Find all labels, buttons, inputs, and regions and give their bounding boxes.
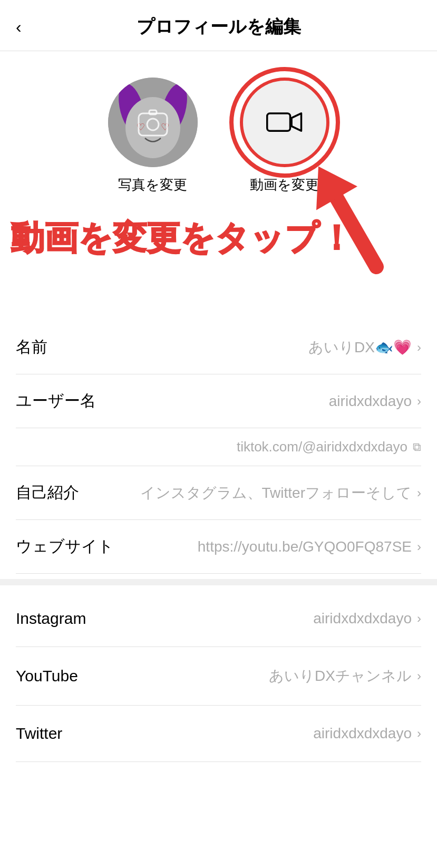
svg-rect-9: [267, 113, 290, 131]
youtube-row[interactable]: YouTube あいりDXチャンネル ›: [16, 647, 421, 706]
tiktok-url: tiktok.com/@airidxdxdxdayo ⧉: [16, 439, 421, 455]
twitter-chevron: ›: [417, 726, 421, 741]
bio-chevron: ›: [417, 486, 421, 500]
video-camera-icon: [266, 109, 303, 136]
bio-value: インスタグラム、Twitterフォローそして ›: [140, 483, 421, 503]
video-change-button[interactable]: [240, 78, 329, 167]
svg-marker-12: [300, 157, 357, 210]
avatar-svg: ♡ ♡: [108, 78, 198, 167]
name-value: あいりDX🐟💗 ›: [308, 337, 421, 358]
photo-label: 写真を変更: [118, 176, 187, 194]
header: ‹ プロフィールを編集: [0, 0, 437, 51]
instagram-value: airidxdxdxdayo ›: [313, 610, 421, 627]
website-chevron: ›: [417, 539, 421, 554]
bio-row[interactable]: 自己紹介 インスタグラム、Twitterフォローそして ›: [16, 466, 421, 520]
instagram-chevron: ›: [417, 611, 421, 626]
annotation-container: 動画を変更をタップ！: [0, 199, 437, 315]
instagram-label: Instagram: [16, 610, 86, 628]
avatar[interactable]: ♡ ♡: [108, 78, 198, 167]
youtube-label: YouTube: [16, 667, 78, 685]
svg-text:♡: ♡: [137, 122, 145, 132]
back-button[interactable]: ‹: [16, 17, 22, 37]
website-value: https://youtu.be/GYQO0FQ87SE ›: [198, 538, 421, 555]
copy-icon[interactable]: ⧉: [413, 440, 421, 454]
page-title: プロフィールを編集: [137, 15, 301, 39]
name-chevron: ›: [417, 340, 421, 355]
annotation-text: 動画を変更をタップ！: [11, 215, 353, 261]
section-divider: [0, 579, 437, 585]
name-row[interactable]: 名前 あいりDX🐟💗 ›: [16, 321, 421, 374]
username-chevron: ›: [417, 394, 421, 409]
username-value: airidxdxdayo ›: [329, 393, 421, 410]
social-section: Instagram airidxdxdxdayo › YouTube あいりDX…: [0, 591, 437, 762]
bio-label: 自己紹介: [16, 482, 84, 504]
svg-text:♡: ♡: [161, 122, 169, 132]
photo-wrapper: ♡ ♡ 写真を変更: [108, 78, 198, 194]
svg-marker-10: [292, 113, 301, 131]
youtube-value: あいりDXチャンネル ›: [269, 666, 421, 686]
website-row[interactable]: ウェブサイト https://youtu.be/GYQO0FQ87SE ›: [16, 520, 421, 574]
twitter-label: Twitter: [16, 725, 62, 742]
twitter-value: airidxdxdxdayo ›: [313, 725, 421, 742]
tiktok-url-row: tiktok.com/@airidxdxdxdayo ⧉: [16, 428, 421, 466]
username-label: ユーザー名: [16, 390, 96, 412]
svg-point-3: [125, 97, 180, 158]
form-section: 名前 あいりDX🐟💗 › ユーザー名 airidxdxdayo › tiktok…: [0, 321, 437, 574]
username-row[interactable]: ユーザー名 airidxdxdayo ›: [16, 374, 421, 428]
website-label: ウェブサイト: [16, 536, 114, 557]
youtube-chevron: ›: [417, 669, 421, 683]
twitter-row[interactable]: Twitter airidxdxdxdayo ›: [16, 706, 421, 762]
instagram-row[interactable]: Instagram airidxdxdxdayo ›: [16, 591, 421, 647]
name-label: 名前: [16, 336, 84, 358]
